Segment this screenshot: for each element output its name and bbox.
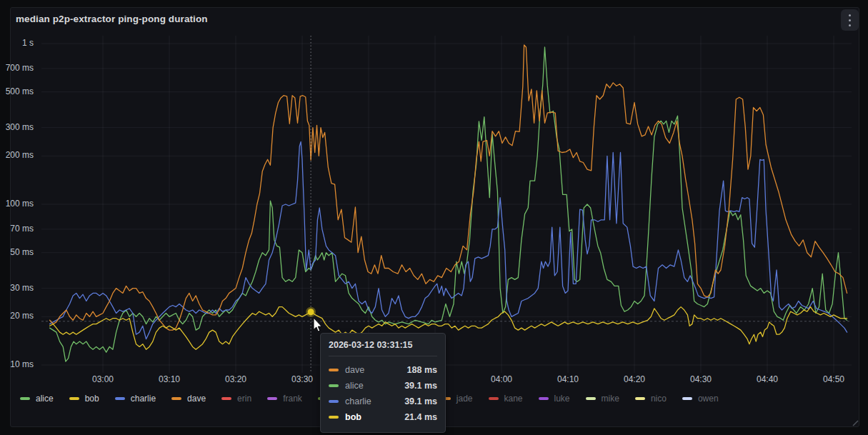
grafana-dashboard: median p2p-extractor ping-pong duration …: [0, 0, 868, 435]
legend-label: dave: [187, 394, 206, 404]
x-tick-label: 04:10: [554, 374, 582, 384]
legend-swatch-icon: [267, 397, 277, 400]
kebab-menu-icon: [849, 14, 851, 16]
tooltip-swatch-icon: [329, 400, 339, 403]
legend-label: nico: [651, 394, 667, 404]
legend-swatch-icon: [682, 397, 692, 400]
x-tick-label: 03:10: [155, 374, 184, 384]
tooltip-series-value: 21.4 ms: [404, 412, 437, 422]
tooltip-swatch-icon: [329, 384, 339, 387]
legend-swatch-icon: [635, 397, 645, 400]
chart-tooltip: 2026-03-12 03:31:15 dave188 msalice39.1 …: [320, 333, 446, 433]
y-tick-label: 20 ms: [0, 311, 34, 321]
tooltip-series-name: alice: [345, 381, 404, 391]
x-tick-label: 04:40: [753, 374, 782, 384]
panel-title: median p2p-extractor ping-pong duration: [16, 14, 208, 24]
legend-item-alice[interactable]: alice: [20, 394, 54, 404]
tooltip-row-alice: alice39.1 ms: [329, 378, 437, 394]
y-tick-label: 500 ms: [0, 86, 34, 96]
y-tick-label: 1 s: [0, 38, 34, 48]
tooltip-row-dave: dave188 ms: [329, 362, 437, 378]
x-tick-label: 04:00: [487, 374, 516, 384]
legend-label: frank: [283, 394, 302, 404]
legend-label: luke: [554, 394, 570, 404]
y-tick-label: 70 ms: [0, 224, 34, 234]
legend-label: erin: [237, 394, 251, 404]
legend-item-mike[interactable]: mike: [586, 394, 619, 404]
legend-swatch-icon: [539, 397, 549, 400]
tooltip-row-bob: bob21.4 ms: [329, 409, 437, 425]
legend-item-kane[interactable]: kane: [489, 394, 523, 404]
y-tick-label: 10 ms: [0, 359, 34, 369]
legend-swatch-icon: [489, 397, 499, 400]
legend-item-bob[interactable]: bob: [69, 394, 99, 404]
legend-label: jade: [457, 394, 473, 404]
kebab-menu-icon: [849, 24, 851, 26]
tooltip-timestamp: 2026-03-12 03:31:15: [329, 340, 437, 356]
tooltip-swatch-icon: [329, 416, 339, 419]
legend-label: bob: [85, 394, 99, 404]
legend-item-frank[interactable]: frank: [267, 394, 302, 404]
y-tick-label: 100 ms: [0, 199, 34, 209]
legend-label: owen: [698, 394, 719, 404]
kebab-menu-icon: [849, 19, 851, 21]
legend-item-charlie[interactable]: charlie: [115, 394, 156, 404]
x-tick-label: 03:00: [89, 374, 117, 384]
x-tick-label: 04:30: [687, 374, 715, 384]
y-tick-label: 700 ms: [0, 63, 34, 73]
y-tick-label: 300 ms: [0, 122, 34, 132]
tooltip-series-name: dave: [345, 365, 407, 375]
legend-swatch-icon: [20, 397, 30, 400]
legend-label: charlie: [131, 394, 156, 404]
legend-item-luke[interactable]: luke: [539, 394, 570, 404]
y-tick-label: 50 ms: [0, 247, 34, 257]
legend-swatch-icon: [171, 397, 181, 400]
legend-item-erin[interactable]: erin: [221, 394, 251, 404]
legend-label: alice: [36, 394, 54, 404]
x-tick-label: 03:20: [221, 374, 250, 384]
legend-item-nico[interactable]: nico: [635, 394, 667, 404]
legend-item-dave[interactable]: dave: [171, 394, 206, 404]
x-tick-label: 04:50: [819, 374, 848, 384]
legend-swatch-icon: [586, 397, 596, 400]
x-tick-label: 03:30: [288, 374, 316, 384]
tooltip-row-charlie: charlie39.1 ms: [329, 394, 437, 409]
tooltip-series-value: 39.1 ms: [404, 381, 437, 391]
legend-swatch-icon: [69, 397, 79, 400]
panel-menu-button[interactable]: [841, 9, 859, 31]
tooltip-swatch-icon: [329, 369, 339, 371]
tooltip-series-name: bob: [345, 412, 404, 422]
tooltip-series-name: charlie: [345, 396, 404, 406]
legend-swatch-icon: [115, 397, 125, 400]
legend-label: mike: [602, 394, 619, 404]
legend-swatch-icon: [221, 397, 231, 400]
x-tick-label: 04:20: [620, 374, 649, 384]
tooltip-series-value: 39.1 ms: [404, 396, 437, 406]
tooltip-series-value: 188 ms: [407, 365, 437, 375]
legend-label: kane: [504, 394, 523, 404]
legend-item-owen[interactable]: owen: [682, 394, 719, 404]
y-tick-label: 200 ms: [0, 150, 34, 160]
y-tick-label: 30 ms: [0, 283, 34, 293]
